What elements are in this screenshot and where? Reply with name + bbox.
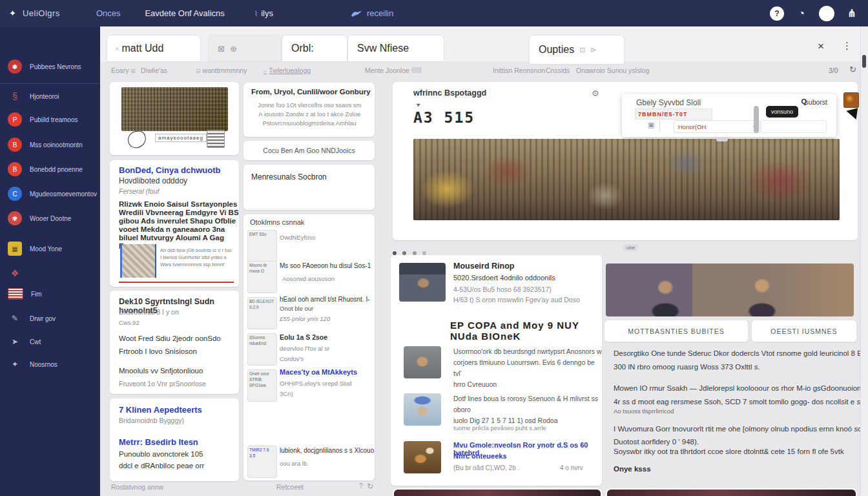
story-line[interactable]: Frtroob I lovo Snisioson [119, 347, 197, 355]
refresh-icon[interactable]: ↻ [849, 65, 856, 74]
tab-locked[interactable]: ⊠ ⊕ [209, 36, 281, 61]
list-item[interactable]: EMT 53u OwdNEyfoso [243, 229, 375, 261]
load-more-button[interactable]: Cocu Ben Am Goo NNDJooics [243, 141, 375, 160]
sidebar-item-feed-0[interactable]: ✽ Pubbees Nevrons [5, 56, 98, 77]
page-scrollbar[interactable] [860, 26, 868, 496]
next-card-peek[interactable] [393, 488, 602, 496]
story-line[interactable]: Mnooluls vv Snfjotonliouo [119, 367, 203, 375]
nav-item-days[interactable]: ⌇ilys [254, 8, 273, 18]
scrollbar-handle[interactable] [862, 55, 866, 68]
paragraph-line: Duotost aorfldery 0 ' 948). [614, 438, 699, 446]
image-icon[interactable]: ▣ [648, 121, 654, 129]
toolbar-filter-cnssids[interactable]: Cnssids [546, 67, 570, 74]
sidebar-item-feed-5[interactable]: C Mgudeosmoevemontov [5, 183, 98, 204]
list-item[interactable]: Moono 6r rnvos O Ms soo FAoeoon hu disul… [243, 258, 375, 293]
list-item[interactable]: TMIR2 7.9 3.5 lubionk, docjgnlilianos s … [243, 444, 375, 479]
tab-svw-nfiese[interactable]: Svw Nfiese [348, 36, 444, 61]
sidebar-item-feed-8[interactable]: ❖ [5, 263, 98, 284]
sidebar-item-feed-3[interactable]: B Mss ooinootmontn [5, 134, 98, 155]
stamp-icon [207, 130, 225, 148]
redline-field[interactable]: 7BMBN/E5-T0T [635, 108, 712, 119]
paragraph-line: 300 lN rbro omoog ruasrg Woss 373 Oxlttl… [614, 363, 760, 371]
fork-icon[interactable]: ⋔ [845, 6, 859, 21]
column1-photo-card[interactable]: amaysoootaaeg [110, 82, 239, 155]
nav-item-home[interactable]: Onces [96, 8, 121, 18]
sidebar-item-feed-10[interactable]: ✎ Drwr gov [5, 308, 98, 329]
empty-field[interactable] [761, 120, 827, 133]
search-label[interactable]: suborst [805, 98, 827, 106]
list-item[interactable]: SSonms ndueEnd Eolu 1a S 2soe deorvloo f… [243, 331, 375, 367]
arrow-icon: ➤ [8, 335, 22, 349]
street-panorama-photo[interactable] [413, 139, 840, 220]
next-card-peek[interactable] [606, 488, 857, 496]
nav-item-feed[interactable]: receilin [351, 8, 393, 18]
tab-oeesti[interactable]: OEESTI IUSMNES [751, 320, 857, 342]
toolbar-filter-onawroio[interactable]: Onawroio Suriou yslslog [576, 67, 649, 74]
item-line: oou ara lb. [280, 460, 309, 467]
question-icon[interactable]: ? [359, 482, 363, 490]
sidebar-item-feed-11[interactable]: ➤ Cwt [5, 331, 98, 352]
toolbar-filter-monte[interactable]: Mente Joonloe [365, 67, 409, 74]
bird-icon [351, 9, 362, 17]
lock-icon: ⊠ [218, 44, 225, 54]
list-item[interactable]: Dotf lines boua ls rorosy Ssenuon & H ml… [391, 391, 602, 436]
video-link[interactable]: Nnrc onteueeks [453, 452, 507, 460]
toolbar-filter-early[interactable]: Eoary ⊞ [111, 67, 138, 74]
paragraph-line: 4r ss d moot eag rersmese Ssoh, SCD 7 sm… [614, 398, 868, 406]
toolbar-filter-dailies[interactable]: Diwlie'as [141, 67, 167, 74]
list-item[interactable]: Mvu Gmole:nveolsn Ror ynotr d.S os 60 ba… [391, 439, 602, 480]
story-title[interactable]: 7 Klinen Aepedteerts [119, 405, 202, 415]
gear-icon[interactable]: ⚙ [592, 88, 599, 98]
nav-item-explore[interactable]: Eavdete Onf Avalicns [145, 8, 224, 18]
toolbar-filter-initial[interactable]: Inittisn Reonsnon [493, 67, 545, 74]
column1-story-card-1[interactable]: BonDed, Cinya dchwuotb Hovdliboted odddo… [110, 160, 239, 287]
list-item[interactable]: BD IELEXIJT 9,2,9 hEaol ooh arncll t/st … [243, 293, 375, 329]
list-item[interactable]: Mouseird Rinop 5020.Srsdoert 4odnilo odd… [391, 255, 602, 313]
close-icon[interactable]: × [818, 40, 824, 53]
sidebar-item-feed-4[interactable]: B Bonebdd pnoenne [5, 159, 98, 180]
lead-line: Jonne foo 1Ot vlercelhs oso ssaos sm [258, 101, 362, 110]
story-quote-block[interactable]: An dsb bow jGb soolnts cr o r tuo' I bie… [110, 244, 239, 283]
tab-orbl[interactable]: Orbl: [282, 36, 347, 61]
sidebar-item-feed-6[interactable]: ✾ Wooer Dootne [5, 208, 98, 229]
tab-mottbasnties[interactable]: MOTTBASNTIES BUBITES [604, 320, 749, 342]
toolbar-filter-technology[interactable]: ⌐Twlerluealogg [264, 67, 311, 74]
video-thumbnail-man-cap [399, 263, 446, 302]
mini-thumbnail[interactable] [843, 92, 859, 108]
video-title[interactable]: Mouseird Rinop [453, 262, 514, 271]
column2-lead-card[interactable]: From, Uryol, Cunlil/woor Gonbury Jonne f… [243, 83, 375, 137]
overlay-scrollbar[interactable] [754, 106, 759, 133]
sidebar-item-label: Pubiild treamoos [30, 116, 78, 123]
list-item[interactable]: Gnelr oour STRIB SPG1wa Maces'ty oa MtAk… [243, 367, 375, 404]
more-options-icon[interactable]: ⋮ [842, 40, 852, 52]
sidebar-item-label: Mood Yone [30, 245, 62, 253]
two-men-photo[interactable] [606, 264, 854, 316]
tab-oupties[interactable]: Oupties ⊡ ⊳ [530, 36, 624, 64]
topbar-actions: ? ◔ ⋔ [770, 0, 859, 26]
globe-icon[interactable]: ◔ [794, 6, 809, 21]
tab-matt-udd[interactable]: r. matt Udd [107, 36, 200, 61]
story-title[interactable]: BonDed, Cinya dchwuotb [119, 165, 220, 175]
sidebar-item-feed-2[interactable]: P Pubiild treamoos [5, 109, 98, 130]
story-title[interactable]: Metrr: Bsedirb ltesn [119, 437, 198, 447]
item-line: OHHIPS.eloy's orepd Slod [280, 380, 352, 387]
column2-section-card[interactable]: Menresunals Socbron [243, 165, 375, 210]
sidebar-item-feed-12[interactable]: ✦ Noosrnos [5, 354, 98, 375]
paragraph-line: Ao tsuoss tlsprrlirricod [614, 408, 674, 415]
toolbar-filter-announce[interactable]: ⊟wanttrnmmnny [196, 67, 247, 74]
help-icon[interactable]: ? [770, 6, 784, 21]
lead-title[interactable]: From, Uryol, Cunlil/woor Gonbury [251, 88, 371, 96]
sidebar-item-feed-7[interactable]: ▦ Mood Yone [5, 238, 98, 259]
user-avatar[interactable] [819, 6, 834, 21]
color-dropdown[interactable]: Honor(OH ▾ [674, 120, 760, 133]
sidebar-item-feed-1[interactable]: § Hjonteoroi [5, 86, 98, 107]
column1-story-card-3[interactable]: 7 Klinen Aepedteerts Bridarnoidnb Bygggy… [110, 398, 239, 481]
list-item[interactable]: Usorrnoo'ork db beurdsngd nwrtypsrt Anos… [391, 342, 602, 385]
refresh-icon[interactable]: ↻ [367, 482, 373, 491]
column1-story-card-2[interactable]: Dek10 Sgyrtntslngl Sudn hvonolnt5 Bnsvoo… [110, 291, 239, 394]
video-line: H/63 t) S oron rnswwlin Fgev'ay aud Doso [453, 296, 580, 304]
story-line[interactable]: Woot Fred Sdiu 2jeodr oonSdo [119, 335, 221, 342]
sidebar-item-feed-9[interactable]: Fim [5, 284, 98, 304]
toolbar-label: Twlerluealogg [269, 67, 311, 74]
item-link[interactable]: Maces'ty oa MtAkkeyts [280, 368, 357, 376]
